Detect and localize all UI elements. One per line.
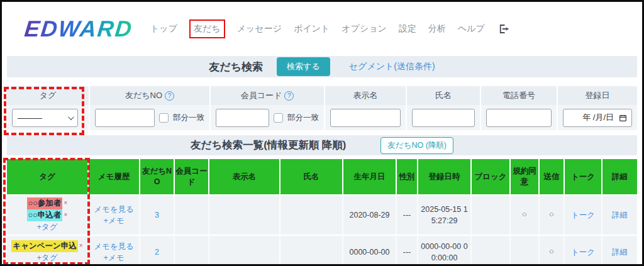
cell-tags: キャンペーン申込× +タグ: [7, 235, 89, 266]
view-memo-link[interactable]: メモを見る: [94, 242, 134, 251]
results-header-bar: 友だち検索一覧(情報更新順 降順) 友だちNO (降順): [7, 135, 637, 155]
cell-birthday: 0000-00-00: [343, 235, 397, 266]
date-placeholder: 年 /月/日: [582, 112, 614, 123]
col-header-send: 送信: [540, 159, 565, 194]
phone-input[interactable]: [486, 109, 552, 127]
name-input[interactable]: [412, 109, 475, 127]
cell-block: [472, 194, 511, 235]
remove-tag-icon[interactable]: ×: [79, 242, 83, 249]
friends-table: タグ メモ履歴 友だちNO 会員コード 表示名 氏名 生年月日 性別 登録日時 …: [7, 159, 637, 266]
field-reg-date: 登録日 年 /月/日: [557, 86, 637, 130]
friend-search-bar: 友だち検索 検索する セグメント(送信条件): [7, 56, 637, 77]
tag-select-value: ―――: [18, 113, 42, 123]
cell-friend-no: 2: [140, 235, 175, 266]
field-phone: 電話番号: [480, 86, 557, 130]
member-code-input[interactable]: [216, 109, 269, 127]
search-button[interactable]: 検索する: [277, 57, 330, 76]
cell-terms-agree: ○: [511, 194, 540, 235]
cell-memo: メモを見る +メモ: [89, 194, 140, 235]
tag-chip: ○○参加者: [27, 197, 63, 209]
cell-detail: 詳細: [602, 194, 637, 235]
col-header-member-code: 会員コード: [175, 159, 209, 194]
tag-label-text: タグ: [40, 90, 57, 101]
field-name: 氏名: [406, 86, 480, 130]
partial-match-checkbox[interactable]: [274, 113, 283, 123]
col-header-block: ブロック: [472, 159, 511, 194]
cell-talk: トーク: [565, 235, 602, 266]
cell-detail: 詳細: [602, 235, 637, 266]
table-row: キャンペーン申込× +タグ メモを見る +メモ 2 0000-00-00 ---…: [7, 235, 637, 266]
cell-birthday: 2020-08-29: [343, 194, 397, 235]
search-form: タグ ――― 友だちNO ? 部分一致 会員コード ?: [7, 86, 637, 130]
view-memo-link[interactable]: メモを見る: [94, 205, 134, 214]
col-header-friend-no: 友だちNO: [140, 159, 175, 194]
talk-link[interactable]: トーク: [571, 248, 595, 257]
remove-tag-icon[interactable]: ×: [64, 199, 67, 206]
table-row: ○○参加者× ○○申込者× +タグ メモを見る +メモ 3 2020-08-29…: [7, 194, 637, 235]
friend-no-link[interactable]: 2: [155, 248, 159, 257]
chevron-down-icon: [68, 114, 74, 120]
tag-chip: キャンペーン申込: [11, 240, 77, 252]
detail-link[interactable]: 詳細: [612, 248, 628, 257]
top-header: EDWARD トップ 友だち メッセージ ポイント オプション 設定 分析 ヘル…: [2, 2, 642, 56]
add-memo-link[interactable]: +メモ: [104, 216, 125, 225]
cell-member-code: [175, 194, 209, 235]
display-name-label: 表示名: [353, 90, 378, 101]
cell-name: [280, 194, 343, 235]
nav-item-messages[interactable]: メッセージ: [237, 23, 282, 35]
page-title: 友だち検索: [209, 60, 263, 74]
sort-button[interactable]: 友だちNO (降順): [380, 137, 453, 154]
col-header-gender: 性別: [397, 159, 418, 194]
reg-date-label: 登録日: [586, 90, 610, 101]
col-header-talk: トーク: [565, 159, 602, 194]
friend-no-input[interactable]: [95, 109, 155, 127]
cell-gender: ---: [397, 194, 418, 235]
logout-icon[interactable]: [498, 23, 509, 35]
nav-item-points[interactable]: ポイント: [294, 23, 330, 35]
add-tag-link[interactable]: +タグ: [37, 253, 58, 262]
cell-registered: 2025-05-15 15:27:29: [418, 194, 472, 235]
col-header-birthday: 生年月日: [343, 159, 397, 194]
col-header-tag: タグ: [7, 159, 89, 194]
cell-friend-no: 3: [140, 194, 175, 235]
partial-match-checkbox[interactable]: [159, 113, 169, 123]
app-window: EDWARD トップ 友だち メッセージ ポイント オプション 設定 分析 ヘル…: [0, 0, 644, 266]
results-title: 友だち検索一覧(情報更新順 降順): [191, 138, 346, 152]
main-nav: トップ 友だち メッセージ ポイント オプション 設定 分析 ヘルプ: [150, 19, 509, 38]
display-name-input[interactable]: [330, 109, 401, 127]
add-memo-link[interactable]: +メモ: [104, 253, 125, 262]
help-icon[interactable]: ?: [165, 91, 174, 101]
friend-no-link[interactable]: 3: [155, 211, 159, 219]
member-code-label: 会員コード: [241, 90, 282, 101]
edward-logo: EDWARD: [23, 18, 134, 40]
name-label: 氏名: [435, 90, 452, 101]
detail-link[interactable]: 詳細: [612, 211, 628, 219]
col-header-terms: 規約同意: [511, 159, 540, 194]
nav-item-top[interactable]: トップ: [150, 23, 177, 35]
phone-label: 電話番号: [502, 90, 535, 101]
nav-item-settings[interactable]: 設定: [399, 23, 416, 35]
tag-label: タグ: [7, 86, 89, 105]
col-header-name: 氏名: [280, 159, 343, 194]
col-header-registered: 登録日時: [418, 159, 472, 194]
add-tag-link[interactable]: +タグ: [37, 223, 58, 231]
talk-link[interactable]: トーク: [571, 211, 595, 219]
reg-date-input[interactable]: 年 /月/日: [563, 109, 632, 127]
tag-select[interactable]: ―――: [12, 109, 78, 127]
nav-item-options[interactable]: オプション: [341, 23, 387, 35]
segment-link[interactable]: セグメント(送信条件): [349, 61, 435, 72]
cell-terms-agree: [511, 235, 540, 266]
cell-gender: ---: [397, 235, 418, 266]
help-icon[interactable]: ?: [284, 91, 294, 101]
col-header-detail: 詳細: [602, 159, 637, 194]
partial-match-label: 部分一致: [287, 113, 319, 123]
cell-send: ○: [540, 194, 565, 235]
cell-display-name: [209, 194, 280, 235]
nav-item-help[interactable]: ヘルプ: [458, 23, 485, 35]
field-friend-no: 友だちNO ? 部分一致: [89, 86, 209, 130]
remove-tag-icon[interactable]: ×: [64, 211, 67, 218]
field-tag: タグ ―――: [7, 86, 89, 130]
cell-registered: 0000-00-00 00:00:00: [418, 235, 472, 266]
nav-item-analytics[interactable]: 分析: [428, 23, 446, 35]
nav-item-friends[interactable]: 友だち: [189, 19, 225, 38]
